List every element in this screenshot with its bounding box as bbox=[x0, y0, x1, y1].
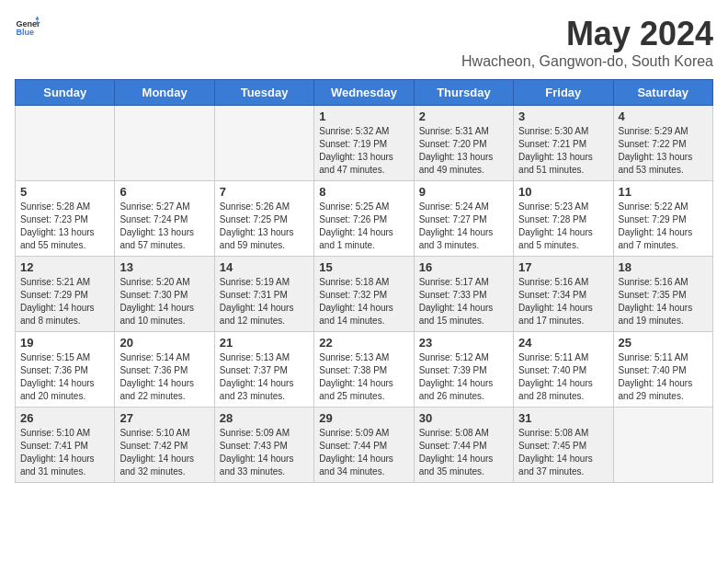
cell-info: Sunrise: 5:09 AM Sunset: 7:43 PM Dayligh… bbox=[220, 427, 309, 478]
logo-icon: General Blue bbox=[15, 15, 40, 40]
cell-info: Sunrise: 5:31 AM Sunset: 7:20 PM Dayligh… bbox=[419, 125, 508, 177]
cell-info: Sunrise: 5:18 AM Sunset: 7:32 PM Dayligh… bbox=[319, 276, 408, 327]
cell-info: Sunrise: 5:10 AM Sunset: 7:42 PM Dayligh… bbox=[119, 427, 209, 478]
day-header-sunday: Sunday bbox=[16, 80, 115, 106]
day-number: 11 bbox=[619, 185, 708, 199]
calendar-cell: 21Sunrise: 5:13 AM Sunset: 7:37 PM Dayli… bbox=[214, 332, 313, 408]
cell-info: Sunrise: 5:25 AM Sunset: 7:26 PM Dayligh… bbox=[319, 201, 408, 252]
day-number: 13 bbox=[119, 260, 209, 274]
cell-info: Sunrise: 5:10 AM Sunset: 7:41 PM Dayligh… bbox=[20, 427, 109, 478]
day-header-friday: Friday bbox=[514, 80, 613, 106]
day-number: 19 bbox=[20, 336, 109, 350]
calendar-cell: 10Sunrise: 5:23 AM Sunset: 7:28 PM Dayli… bbox=[514, 181, 613, 257]
day-number: 26 bbox=[20, 411, 109, 425]
calendar-cell: 9Sunrise: 5:24 AM Sunset: 7:27 PM Daylig… bbox=[414, 181, 513, 257]
cell-info: Sunrise: 5:12 AM Sunset: 7:39 PM Dayligh… bbox=[419, 351, 508, 403]
day-number: 22 bbox=[319, 336, 408, 350]
calendar-cell: 2Sunrise: 5:31 AM Sunset: 7:20 PM Daylig… bbox=[414, 106, 513, 181]
cell-info: Sunrise: 5:11 AM Sunset: 7:40 PM Dayligh… bbox=[619, 351, 708, 403]
calendar-cell: 26Sunrise: 5:10 AM Sunset: 7:41 PM Dayli… bbox=[16, 408, 115, 483]
day-header-monday: Monday bbox=[115, 80, 214, 106]
cell-info: Sunrise: 5:16 AM Sunset: 7:34 PM Dayligh… bbox=[518, 276, 608, 327]
day-number: 23 bbox=[419, 336, 508, 350]
cell-info: Sunrise: 5:14 AM Sunset: 7:36 PM Dayligh… bbox=[119, 351, 209, 403]
cell-info: Sunrise: 5:26 AM Sunset: 7:25 PM Dayligh… bbox=[220, 201, 309, 252]
day-number: 30 bbox=[419, 411, 508, 425]
day-number: 9 bbox=[419, 185, 508, 199]
cell-info: Sunrise: 5:13 AM Sunset: 7:37 PM Dayligh… bbox=[220, 351, 309, 403]
cell-info: Sunrise: 5:30 AM Sunset: 7:21 PM Dayligh… bbox=[518, 125, 608, 177]
day-number: 25 bbox=[619, 336, 708, 350]
day-number: 10 bbox=[518, 185, 608, 199]
calendar-header-row: SundayMondayTuesdayWednesdayThursdayFrid… bbox=[16, 80, 713, 106]
page-header: General Blue May 2024 Hwacheon, Gangwon-… bbox=[15, 15, 713, 70]
cell-info: Sunrise: 5:08 AM Sunset: 7:44 PM Dayligh… bbox=[419, 427, 508, 478]
day-number: 8 bbox=[319, 185, 408, 199]
day-number: 18 bbox=[619, 260, 708, 274]
location-subtitle: Hwacheon, Gangwon-do, South Korea bbox=[461, 53, 713, 70]
cell-info: Sunrise: 5:17 AM Sunset: 7:33 PM Dayligh… bbox=[419, 276, 508, 327]
calendar-cell bbox=[16, 106, 115, 181]
svg-marker-2 bbox=[35, 16, 39, 19]
cell-info: Sunrise: 5:11 AM Sunset: 7:40 PM Dayligh… bbox=[518, 351, 608, 403]
cell-info: Sunrise: 5:22 AM Sunset: 7:29 PM Dayligh… bbox=[619, 201, 708, 252]
cell-info: Sunrise: 5:08 AM Sunset: 7:45 PM Dayligh… bbox=[518, 427, 608, 478]
cell-info: Sunrise: 5:19 AM Sunset: 7:31 PM Dayligh… bbox=[220, 276, 309, 327]
day-number: 5 bbox=[20, 185, 109, 199]
calendar-cell bbox=[115, 106, 214, 181]
day-number: 17 bbox=[518, 260, 608, 274]
calendar-cell: 6Sunrise: 5:27 AM Sunset: 7:24 PM Daylig… bbox=[115, 181, 214, 257]
calendar-cell: 24Sunrise: 5:11 AM Sunset: 7:40 PM Dayli… bbox=[514, 332, 613, 408]
calendar-week-row: 26Sunrise: 5:10 AM Sunset: 7:41 PM Dayli… bbox=[16, 408, 713, 483]
day-number: 24 bbox=[518, 336, 608, 350]
calendar-week-row: 5Sunrise: 5:28 AM Sunset: 7:23 PM Daylig… bbox=[16, 181, 713, 257]
day-number: 21 bbox=[220, 336, 309, 350]
day-number: 3 bbox=[518, 109, 608, 123]
calendar-cell: 7Sunrise: 5:26 AM Sunset: 7:25 PM Daylig… bbox=[214, 181, 313, 257]
day-number: 16 bbox=[419, 260, 508, 274]
calendar-cell: 20Sunrise: 5:14 AM Sunset: 7:36 PM Dayli… bbox=[115, 332, 214, 408]
day-header-saturday: Saturday bbox=[613, 80, 712, 106]
cell-info: Sunrise: 5:29 AM Sunset: 7:22 PM Dayligh… bbox=[619, 125, 708, 177]
calendar-cell: 3Sunrise: 5:30 AM Sunset: 7:21 PM Daylig… bbox=[514, 106, 613, 181]
cell-info: Sunrise: 5:20 AM Sunset: 7:30 PM Dayligh… bbox=[119, 276, 209, 327]
day-number: 31 bbox=[518, 411, 608, 425]
day-number: 29 bbox=[319, 411, 408, 425]
calendar-cell: 25Sunrise: 5:11 AM Sunset: 7:40 PM Dayli… bbox=[613, 332, 712, 408]
calendar-cell: 8Sunrise: 5:25 AM Sunset: 7:26 PM Daylig… bbox=[314, 181, 414, 257]
cell-info: Sunrise: 5:32 AM Sunset: 7:19 PM Dayligh… bbox=[319, 125, 408, 177]
day-number: 14 bbox=[220, 260, 309, 274]
calendar-cell bbox=[214, 106, 313, 181]
calendar-cell bbox=[613, 408, 712, 483]
cell-info: Sunrise: 5:13 AM Sunset: 7:38 PM Dayligh… bbox=[319, 351, 408, 403]
cell-info: Sunrise: 5:15 AM Sunset: 7:36 PM Dayligh… bbox=[20, 351, 109, 403]
day-number: 1 bbox=[319, 109, 408, 123]
calendar-cell: 19Sunrise: 5:15 AM Sunset: 7:36 PM Dayli… bbox=[16, 332, 115, 408]
calendar-cell: 15Sunrise: 5:18 AM Sunset: 7:32 PM Dayli… bbox=[314, 257, 414, 332]
calendar-cell: 16Sunrise: 5:17 AM Sunset: 7:33 PM Dayli… bbox=[414, 257, 513, 332]
calendar-cell: 14Sunrise: 5:19 AM Sunset: 7:31 PM Dayli… bbox=[214, 257, 313, 332]
day-number: 28 bbox=[220, 411, 309, 425]
day-number: 6 bbox=[119, 185, 209, 199]
calendar-week-row: 1Sunrise: 5:32 AM Sunset: 7:19 PM Daylig… bbox=[16, 106, 713, 181]
day-number: 20 bbox=[119, 336, 209, 350]
day-header-thursday: Thursday bbox=[414, 80, 513, 106]
calendar-cell: 27Sunrise: 5:10 AM Sunset: 7:42 PM Dayli… bbox=[115, 408, 214, 483]
calendar-cell: 17Sunrise: 5:16 AM Sunset: 7:34 PM Dayli… bbox=[514, 257, 613, 332]
day-header-tuesday: Tuesday bbox=[214, 80, 313, 106]
calendar-cell: 23Sunrise: 5:12 AM Sunset: 7:39 PM Dayli… bbox=[414, 332, 513, 408]
day-number: 4 bbox=[619, 109, 708, 123]
day-number: 27 bbox=[119, 411, 209, 425]
calendar-cell: 4Sunrise: 5:29 AM Sunset: 7:22 PM Daylig… bbox=[613, 106, 712, 181]
cell-info: Sunrise: 5:28 AM Sunset: 7:23 PM Dayligh… bbox=[20, 201, 109, 252]
calendar-cell: 13Sunrise: 5:20 AM Sunset: 7:30 PM Dayli… bbox=[115, 257, 214, 332]
calendar-cell: 22Sunrise: 5:13 AM Sunset: 7:38 PM Dayli… bbox=[314, 332, 414, 408]
calendar-cell: 12Sunrise: 5:21 AM Sunset: 7:29 PM Dayli… bbox=[16, 257, 115, 332]
cell-info: Sunrise: 5:24 AM Sunset: 7:27 PM Dayligh… bbox=[419, 201, 508, 252]
calendar-week-row: 19Sunrise: 5:15 AM Sunset: 7:36 PM Dayli… bbox=[16, 332, 713, 408]
title-block: May 2024 Hwacheon, Gangwon-do, South Kor… bbox=[461, 15, 713, 70]
month-year-title: May 2024 bbox=[461, 15, 713, 53]
calendar-cell: 30Sunrise: 5:08 AM Sunset: 7:44 PM Dayli… bbox=[414, 408, 513, 483]
day-number: 7 bbox=[220, 185, 309, 199]
cell-info: Sunrise: 5:16 AM Sunset: 7:35 PM Dayligh… bbox=[619, 276, 708, 327]
